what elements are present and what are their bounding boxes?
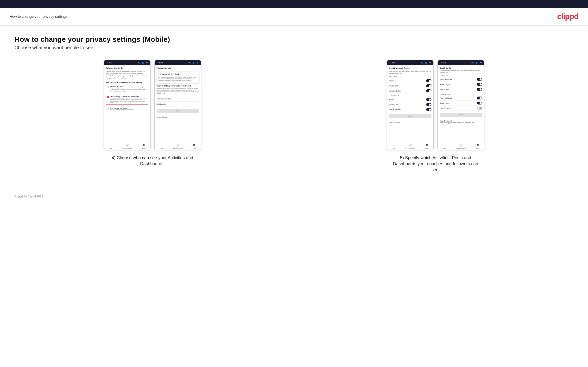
bottom-nav-performance-2[interactable]: 📈 My Performance [173,144,182,149]
back-chevron-1: ‹ [106,62,106,64]
performance-label-3: My Performance [406,148,415,149]
phone-nav-4: ‹ < Back 🔍 👤 ⚙ [438,60,484,65]
toggle-coaches-player-dash[interactable]: Player Dashboard [440,77,482,82]
back-label-1[interactable]: < Back [107,62,112,64]
toggle-switch-coaches-rounds[interactable] [426,79,432,82]
settings-icon-3[interactable]: ⚙ [429,61,432,64]
toggle-coaches-rounds[interactable]: Rounds [389,78,432,83]
bottom-nav-home-1[interactable]: ⌂ Home [109,144,112,149]
toggle-switch-coaches-what-to-work[interactable] [477,88,482,91]
toggle-coaches-manual[interactable]: Manual Activities [389,88,432,93]
search-icon-1[interactable]: 🔍 [137,61,140,64]
settings-icon-2[interactable]: ⚙ [196,61,199,64]
settings-icon-1[interactable]: ⚙ [146,61,148,64]
phone-screen-4: ‹ < Back 🔍 👤 ⚙ Dashboards Select the das… [437,60,484,150]
bottom-nav-menu-2[interactable]: ☰ Menu [193,144,196,149]
bottom-nav-home-3[interactable]: ⌂ Home [392,144,396,149]
toggle-switch-coaches-round-insights[interactable] [477,83,482,86]
toggle-switch-coaches-player-dash[interactable] [477,78,482,81]
home-label-4: Home [443,148,446,149]
who-can-see-title: Who Can See Your Activities and Dashboar… [106,82,148,83]
bottom-nav-performance-4[interactable]: 📈 My Performance [456,144,466,149]
home-label-3: Home [392,148,396,149]
toggle-followers-round-insights[interactable]: Round Insights [440,101,482,106]
help-support-label-4: Help & Support [440,120,452,122]
show-hide-desc: Regardless of the privacy controls that … [156,88,199,94]
activities-posts-desc: Select the types of activity that you'd … [389,71,432,74]
toggle-switch-coaches-manual[interactable] [426,89,432,92]
search-icon-2[interactable]: 🔍 [188,61,191,64]
radio-option-approved[interactable]: Only Approved Followers and Your Coach O… [106,95,148,105]
person-icon-3: 👤 [424,61,427,64]
chevron-right-dashboards: › [199,103,199,105]
toggle-coaches-round-insights[interactable]: Round Insights [440,82,482,87]
bottom-nav-menu-1[interactable]: ☰ Menu [142,144,145,149]
back-label-2[interactable]: < Back [158,62,163,64]
help-support-4: Help & Support Visit our Clippd communit… [440,119,482,124]
menu-label-3: Menu [425,148,429,149]
home-icon-4: ⌂ [443,144,446,147]
toggle-followers-manual[interactable]: Manual Activities [389,107,432,112]
search-icon-4[interactable]: 🔍 [471,61,474,64]
toggle-followers-drills[interactable]: Practice Drills [389,102,432,107]
toggle-label-followers-what-to-work: What To Work On [440,107,452,109]
bottom-nav-performance-3[interactable]: 📈 My Performance [406,144,415,149]
radio-option-only-you[interactable]: Only You and Your Coach Only you and the… [106,106,148,111]
show-hide-section: Show or hide specific features in Clippd… [156,85,199,94]
bottom-nav-menu-4[interactable]: ☰ Menu [476,144,479,149]
main-content: How to change your privacy settings (Mob… [0,26,588,188]
coaches-label-4: COACHES [440,75,482,76]
toggle-switch-followers-rounds[interactable] [426,98,432,101]
toggle-coaches-drills[interactable]: Practice Drills [389,83,432,88]
save-button-4[interactable]: Save [440,113,482,117]
toggle-coaches-what-to-work[interactable]: What To Work On [440,87,482,92]
search-icon-3[interactable]: 🔍 [420,61,423,64]
bottom-nav-home-4[interactable]: ⌂ Home [443,144,446,149]
bottom-nav-performance-1[interactable]: 📈 My Performance [122,144,132,149]
screenshots-pair-1: ‹ < Back 🔍 👤 ⚙ Privacy Controls Control … [104,60,201,150]
person-icon-1: 👤 [141,61,144,64]
toggle-label-followers-player-dash: Player Dashboard [440,97,452,99]
toggle-switch-followers-round-insights[interactable] [477,102,482,104]
menu-icon-4: ☰ [476,144,479,147]
menu-icon-1: ☰ [142,144,145,147]
save-button-3[interactable]: Save [389,114,432,118]
performance-label-1: My Performance [122,148,132,149]
radio-option-everyone[interactable]: Everyone on Clippd Everyone on Clippd ca… [106,85,148,93]
bottom-nav-home-2[interactable]: ⌂ Home [159,144,163,149]
toggle-label-coaches-rounds: Rounds [389,80,394,82]
toggle-label-followers-manual: Manual Activities [389,109,400,110]
toggle-switch-followers-drills[interactable] [426,103,432,106]
home-label-1: Home [109,148,112,149]
person-icon-4: 👤 [475,61,478,64]
home-icon-1: ⌂ [109,144,112,147]
privacy-controls-tab[interactable]: Privacy Controls [156,67,171,70]
settings-icon-4[interactable]: ⚙ [479,61,482,64]
back-label-3[interactable]: < Back [390,62,396,64]
toggle-followers-rounds[interactable]: Rounds [389,97,432,102]
radio-circle-approved [107,96,109,98]
toggle-switch-followers-player-dash[interactable] [477,97,482,100]
toggle-followers-player-dash[interactable]: Player Dashboard [440,96,482,101]
toggle-switch-followers-manual[interactable] [426,108,432,111]
back-label-4[interactable]: < Back [441,62,446,64]
menu-item-activities[interactable]: Activities and Posts › [156,96,199,102]
toggle-switch-coaches-drills[interactable] [426,84,432,87]
toggle-label-followers-drills: Practice Drills [389,104,398,105]
dashboards-desc: Select the dashboards that you'd like to… [440,70,482,73]
bottom-nav-menu-3[interactable]: ☰ Menu [425,144,429,149]
toggle-followers-what-to-work[interactable]: What To Work On [440,106,482,111]
popup-title: Only You and Your Coach [160,73,179,75]
menu-dashboards-label: Dashboards [156,103,166,105]
phone-body-3: Activities and Posts Select the types of… [387,65,433,142]
privacy-controls-title: Privacy Controls [106,67,148,69]
menu-label-2: Menu [193,148,196,149]
menu-activities-label: Activities and Posts [156,98,171,100]
caption-5: 5) Specify which Activities, Posts and D… [392,155,479,173]
menu-icon-3: ☰ [425,144,429,147]
menu-item-dashboards[interactable]: Dashboards › [156,102,199,107]
toggle-switch-followers-what-to-work[interactable] [477,107,482,109]
save-button-2[interactable]: Save [156,109,199,113]
header: How to change your privacy settings clip… [0,8,588,26]
phone-nav-1: ‹ < Back 🔍 👤 ⚙ [104,60,150,65]
